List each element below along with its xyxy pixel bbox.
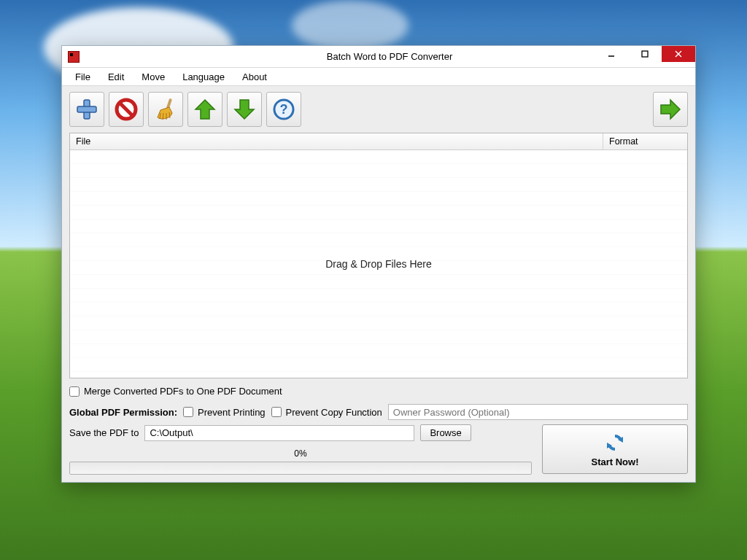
progress-text: 0% <box>69 448 532 459</box>
column-format[interactable]: Format <box>603 133 687 149</box>
arrow-up-icon <box>193 97 217 122</box>
column-file[interactable]: File <box>70 133 603 149</box>
progress-bar <box>69 462 532 475</box>
arrow-down-icon <box>232 97 257 122</box>
permission-label: Global PDF Permission: <box>69 407 177 418</box>
menu-language[interactable]: Language <box>174 69 233 85</box>
broom-icon <box>153 97 178 122</box>
start-button[interactable]: Start Now! <box>542 424 688 474</box>
prevent-print-checkbox-label[interactable]: Prevent Printing <box>183 407 266 418</box>
prevent-print-label: Prevent Printing <box>198 407 266 418</box>
menu-move[interactable]: Move <box>133 69 174 85</box>
file-listview[interactable]: File Format Drag & Drop Files Here <box>69 133 688 378</box>
prevent-copy-checkbox[interactable] <box>271 407 282 417</box>
menu-file[interactable]: File <box>66 69 99 85</box>
svg-rect-5 <box>77 106 96 112</box>
window-title: Batch Word to PDF Converter <box>327 51 452 62</box>
arrow-right-icon <box>658 97 683 122</box>
menu-about[interactable]: About <box>233 69 276 85</box>
refresh-icon <box>604 432 626 454</box>
maximize-button[interactable] <box>628 46 662 62</box>
move-up-button[interactable] <box>187 92 222 127</box>
titlebar[interactable]: Batch Word to PDF Converter <box>62 46 695 68</box>
no-entry-icon <box>114 97 139 122</box>
merge-label: Merge Converted PDFs to One PDF Document <box>84 386 282 397</box>
prevent-copy-label: Prevent Copy Function <box>286 407 382 418</box>
merge-checkbox[interactable] <box>69 386 80 397</box>
add-button[interactable] <box>69 92 104 127</box>
close-button[interactable] <box>662 46 695 62</box>
convert-button[interactable] <box>653 92 688 127</box>
output-path-input[interactable] <box>144 425 414 441</box>
browse-button[interactable]: Browse <box>420 424 471 441</box>
svg-rect-1 <box>642 51 648 57</box>
toolbar: ? <box>69 92 688 127</box>
listview-header: File Format <box>70 133 687 150</box>
minimize-button[interactable] <box>595 46 628 62</box>
start-label: Start Now! <box>592 456 639 467</box>
listview-body[interactable]: Drag & Drop Files Here <box>70 150 687 378</box>
svg-text:?: ? <box>280 102 288 117</box>
move-down-button[interactable] <box>227 92 262 127</box>
menu-edit[interactable]: Edit <box>99 69 133 85</box>
drop-hint: Drag & Drop Files Here <box>325 258 432 270</box>
save-to-label: Save the PDF to <box>69 427 139 438</box>
help-icon: ? <box>271 97 296 122</box>
remove-button[interactable] <box>109 92 144 127</box>
help-button[interactable]: ? <box>266 92 301 127</box>
owner-password-input[interactable] <box>388 404 688 420</box>
plus-icon <box>74 97 99 122</box>
app-window: Batch Word to PDF Converter File Edit Mo… <box>61 45 696 483</box>
clear-button[interactable] <box>148 92 183 127</box>
prevent-copy-checkbox-label[interactable]: Prevent Copy Function <box>271 407 382 418</box>
merge-checkbox-label[interactable]: Merge Converted PDFs to One PDF Document <box>69 386 282 397</box>
menubar: File Edit Move Language About <box>62 68 695 86</box>
app-icon <box>68 51 80 63</box>
prevent-print-checkbox[interactable] <box>183 407 193 417</box>
